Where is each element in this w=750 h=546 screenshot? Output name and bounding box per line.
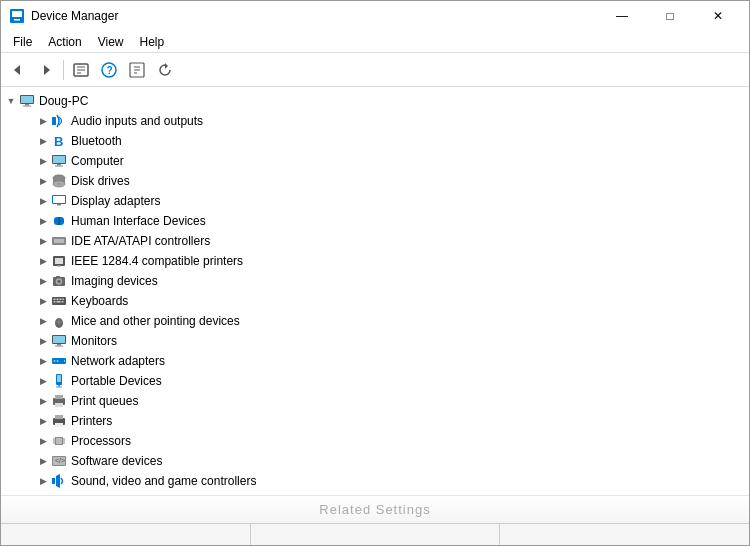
bt-icon: B [51,133,67,149]
device-category-label-6: IDE ATA/ATAPI controllers [71,234,210,248]
svg-marker-3 [14,65,20,75]
expand-arrow-11[interactable] [35,333,51,349]
ieee-icon [51,253,67,269]
device-category-label-5: Human Interface Devices [71,214,206,228]
device-category-label-3: Disk drives [71,174,130,188]
device-category-17[interactable]: </>Software devices [33,451,749,471]
bottom-text-area: Related Settings [1,495,749,523]
device-category-0[interactable]: Audio inputs and outputs [33,111,749,131]
back-button[interactable] [5,57,31,83]
device-category-12[interactable]: Network adapters [33,351,749,371]
sound-icon [51,473,67,489]
forward-button[interactable] [33,57,59,83]
device-category-5[interactable]: Human Interface Devices [33,211,749,231]
menu-view[interactable]: View [90,33,132,51]
device-category-9[interactable]: Keyboards [33,291,749,311]
expand-arrow-3[interactable] [35,173,51,189]
svg-rect-25 [55,166,63,167]
device-category-2[interactable]: Computer [33,151,749,171]
device-category-4[interactable]: Display adapters [33,191,749,211]
svg-rect-68 [55,395,63,399]
window-title: Device Manager [31,9,599,23]
svg-rect-24 [57,164,61,166]
monitor-icon [51,333,67,349]
svg-rect-39 [55,258,63,264]
mice-icon [51,313,67,329]
toolbar-sep-1 [63,60,64,80]
expand-arrow-4[interactable] [35,193,51,209]
device-category-16[interactable]: Processors [33,431,749,451]
device-category-15[interactable]: Printers [33,411,749,431]
expand-arrow-12[interactable] [35,353,51,369]
monitor-icon [51,153,67,169]
expand-arrow-7[interactable] [35,253,51,269]
status-pane-2 [251,524,501,545]
expand-arrow-0[interactable] [35,113,51,129]
svg-rect-51 [62,301,64,303]
svg-rect-17 [21,96,33,103]
svg-rect-69 [55,403,63,407]
expand-arrow-16[interactable] [35,433,51,449]
software-icon: </> [51,453,67,469]
related-settings-text: Related Settings [319,502,430,517]
processor-icon [51,433,67,449]
svg-point-29 [57,183,61,185]
svg-text:B: B [54,134,63,149]
device-category-label-12: Network adapters [71,354,165,368]
menu-help[interactable]: Help [132,33,173,51]
close-button[interactable]: ✕ [695,1,741,31]
status-pane-1 [1,524,251,545]
expand-arrow-13[interactable] [35,373,51,389]
minimize-button[interactable]: — [599,1,645,31]
portable-icon [51,373,67,389]
device-category-1[interactable]: BBluetooth [33,131,749,151]
device-category-label-1: Bluetooth [71,134,122,148]
help-button[interactable]: ? [96,57,122,83]
device-category-3[interactable]: Disk drives [33,171,749,191]
expand-arrow-14[interactable] [35,393,51,409]
svg-rect-84 [52,478,55,484]
svg-rect-71 [55,415,63,419]
expand-arrow-2[interactable] [35,153,51,169]
device-category-label-11: Monitors [71,334,117,348]
device-tree[interactable]: Doug-PC Audio inputs and outputsBBluetoo… [1,87,749,495]
svg-rect-62 [64,360,65,362]
device-category-13[interactable]: Portable Devices [33,371,749,391]
svg-rect-43 [56,276,60,278]
expand-arrow-10[interactable] [35,313,51,329]
device-category-7[interactable]: IEEE 1284.4 compatible printers [33,251,749,271]
expand-arrow-15[interactable] [35,413,51,429]
device-category-6[interactable]: IDE ATA/ATAPI controllers [33,231,749,251]
menu-action[interactable]: Action [40,33,89,51]
expand-arrow-17[interactable] [35,453,51,469]
ide-icon [51,233,67,249]
expand-arrow-9[interactable] [35,293,51,309]
device-category-label-18: Sound, video and game controllers [71,474,256,488]
update-button[interactable] [124,57,150,83]
device-category-18[interactable]: Sound, video and game controllers [33,471,749,491]
svg-rect-20 [52,117,56,125]
maximize-button[interactable]: □ [647,1,693,31]
properties-button[interactable] [68,57,94,83]
expand-arrow-8[interactable] [35,273,51,289]
pc-icon [19,93,35,109]
svg-rect-47 [60,299,62,301]
svg-point-60 [54,360,56,362]
network-icon [51,353,67,369]
device-category-14[interactable]: Print queues [33,391,749,411]
expand-arrow-5[interactable] [35,213,51,229]
svg-marker-4 [44,65,50,75]
device-category-11[interactable]: Monitors [33,331,749,351]
device-category-8[interactable]: Imaging devices [33,271,749,291]
device-category-10[interactable]: Mice and other pointing devices [33,311,749,331]
menu-file[interactable]: File [5,33,40,51]
expand-arrow-6[interactable] [35,233,51,249]
tree-root-node[interactable]: Doug-PC [1,91,749,111]
expand-arrow-18[interactable] [35,473,51,489]
root-expand-arrow[interactable] [3,93,19,109]
disk-icon [51,173,67,189]
expand-arrow-1[interactable] [35,133,51,149]
svg-rect-65 [58,385,60,387]
refresh-button[interactable] [152,57,178,83]
device-category-label-16: Processors [71,434,131,448]
